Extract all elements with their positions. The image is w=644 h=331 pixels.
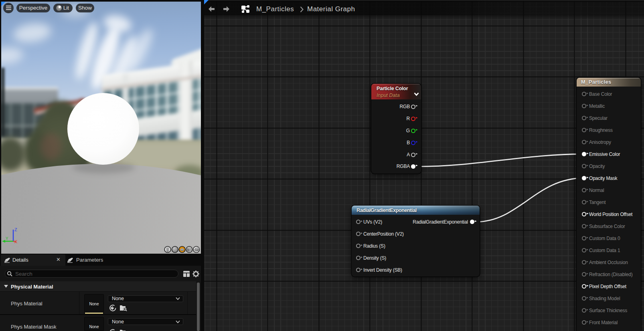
svg-text:X: X — [14, 239, 18, 244]
svg-text:Z: Z — [14, 227, 17, 232]
svg-text:Y: Y — [6, 236, 8, 241]
